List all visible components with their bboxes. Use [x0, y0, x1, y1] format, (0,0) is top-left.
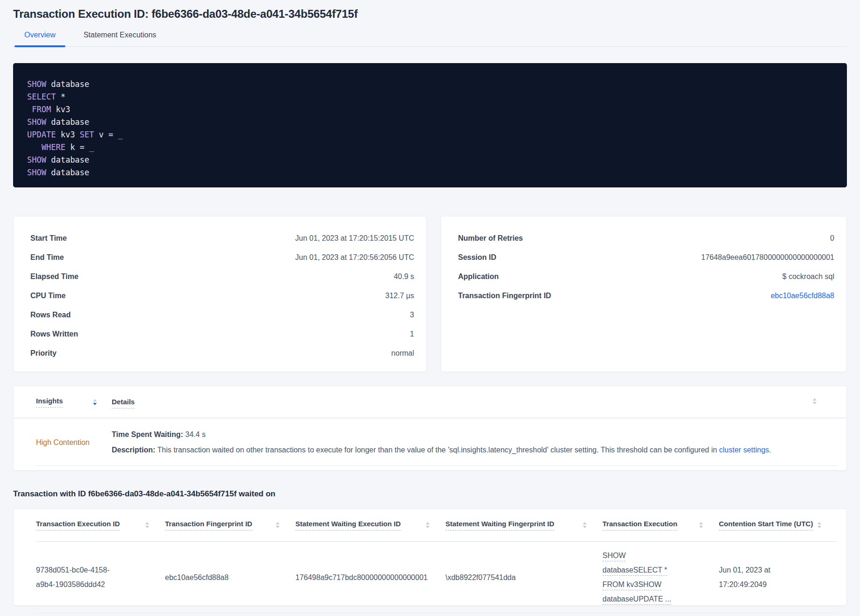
stat-value: 312.7 µs: [385, 292, 414, 300]
column-header-insights[interactable]: Insights: [36, 397, 97, 408]
stat-value: Jun 01, 2023 at 17:20:56:2056 UTC: [295, 253, 414, 262]
sort-arrows-icon: [817, 522, 821, 528]
stat-label: Priority: [30, 349, 57, 358]
session-info-card: Number of Retries 0 Session ID 17648a9ee…: [441, 216, 847, 372]
sql-line: SHOW database: [27, 78, 833, 91]
sort-arrows-icon: [699, 522, 703, 528]
sql-line: FROM kv3: [27, 103, 833, 116]
sql-statements-box: SHOW database SELECT * FROM kv3 SHOW dat…: [13, 63, 847, 187]
stat-value: 3: [410, 311, 414, 319]
insight-row: High Contention Time Spent Waiting: 34.4…: [14, 418, 846, 456]
execution-stats-card: Start Time Jun 01, 2023 at 17:20:15:2015…: [13, 216, 427, 372]
column-header-statement-waiting-execution-id[interactable]: Statement Waiting Execution ID: [295, 520, 445, 530]
details-column-label: Details: [112, 398, 135, 408]
stat-value: 40.9 s: [394, 272, 414, 281]
detail-cards-row: Start Time Jun 01, 2023 at 17:20:15:2015…: [13, 216, 847, 372]
tab-overview-label: Overview: [24, 31, 56, 39]
tab-statement-executions-label: Statement Executions: [84, 31, 157, 39]
sql-line: SELECT *: [27, 91, 833, 103]
active-tab-underline: [14, 45, 65, 47]
tab-overview[interactable]: Overview: [24, 31, 56, 46]
stat-row-cpu-time: CPU Time 312.7 µs: [30, 286, 414, 305]
insight-description: Description: This transaction waited on …: [112, 444, 837, 456]
stat-label: CPU Time: [30, 292, 65, 300]
waited-on-table-header: Transaction Execution ID Transaction Fin…: [36, 509, 837, 542]
stat-label: Elapsed Time: [30, 272, 79, 281]
column-header-contention-start-time[interactable]: Contention Start Time (UTC): [719, 520, 837, 530]
transaction-fingerprint-id-cell: ebc10ae56cfd88a8: [165, 570, 295, 585]
sort-arrows-icon: [93, 399, 97, 405]
transaction-fingerprint-id-link[interactable]: ebc10ae56cfd88a8: [771, 292, 834, 300]
column-header-transaction-fingerprint-id[interactable]: Transaction Fingerprint ID: [165, 520, 295, 530]
sort-arrows-icon: [813, 398, 817, 404]
stat-value: normal: [391, 349, 414, 358]
row-divider: [36, 466, 837, 466]
waited-on-heading: Transaction with ID f6be6366-da03-48de-a…: [13, 489, 847, 499]
stat-row-session-id: Session ID 17648a9eea6017800000000000000…: [458, 248, 834, 267]
stat-row-transaction-fingerprint-id: Transaction Fingerprint ID ebc10ae56cfd8…: [458, 286, 834, 305]
column-header-transaction-execution-id[interactable]: Transaction Execution ID: [36, 520, 165, 530]
stat-label: Transaction Fingerprint ID: [458, 292, 551, 300]
stat-value: 0: [830, 234, 834, 243]
stat-label: Application: [458, 272, 499, 281]
stat-row-elapsed-time: Elapsed Time 40.9 s: [30, 267, 414, 286]
column-header-details[interactable]: Details: [112, 398, 135, 406]
transaction-execution-cell: SHOW databaseSELECT * FROM kv3SHOW datab…: [602, 548, 719, 606]
contention-start-time-cell: Jun 01, 2023 at 17:20:49:2049: [719, 563, 837, 592]
sql-line: UPDATE kv3 SET v = _: [27, 129, 833, 141]
sort-arrows-icon: [145, 522, 149, 528]
statement-waiting-fingerprint-id-cell: \xdb8922f077541dda: [445, 570, 602, 585]
sort-arrows-icon: [426, 522, 430, 528]
sort-arrows-icon: [583, 522, 587, 528]
stat-label: Start Time: [30, 234, 67, 243]
column-header-transaction-execution[interactable]: Transaction Execution: [602, 520, 719, 530]
tab-bar: Overview Statement Executions: [13, 31, 847, 47]
stat-row-retries: Number of Retries 0: [458, 229, 834, 248]
insight-details-cell: Time Spent Waiting: 34.4 s Description: …: [112, 429, 837, 456]
waited-on-table-card: Transaction Execution ID Transaction Fin…: [13, 509, 847, 606]
stat-value: 17648a9eea6017800000000000000001: [701, 253, 834, 262]
stat-row-rows-written: Rows Written 1: [30, 324, 414, 344]
stat-row-application: Application $ cockroach sql: [458, 267, 834, 286]
insights-table-header: Insights Details: [14, 386, 846, 418]
stat-row-end-time: End Time Jun 01, 2023 at 17:20:56:2056 U…: [30, 248, 414, 267]
sql-line: SHOW database: [27, 166, 833, 179]
stat-label: End Time: [30, 253, 64, 262]
sql-line: WHERE k = _: [27, 141, 833, 154]
stat-value: Jun 01, 2023 at 17:20:15:2015 UTC: [295, 234, 414, 243]
transaction-execution-id-cell: 9738d051-bc0e-4158-a9b4-1903586ddd42: [36, 563, 136, 592]
stat-label: Session ID: [458, 253, 496, 262]
waited-on-table-row: 9738d051-bc0e-4158-a9b4-1903586ddd42 ebc…: [36, 542, 837, 613]
time-spent-waiting: Time Spent Waiting: 34.4 s: [112, 429, 837, 441]
stat-row-start-time: Start Time Jun 01, 2023 at 17:20:15:2015…: [30, 229, 414, 248]
stat-value: 1: [410, 330, 414, 338]
statement-waiting-execution-id-cell: 176498a9c717bdc80000000000000001: [295, 570, 445, 585]
stat-row-rows-read: Rows Read 3: [30, 305, 414, 324]
sql-line: SHOW database: [27, 116, 833, 129]
insights-column-label: Insights: [36, 397, 63, 408]
stat-label: Rows Read: [30, 311, 71, 319]
column-header-statement-waiting-fingerprint-id[interactable]: Statement Waiting Fingerprint ID: [445, 520, 602, 530]
page-title: Transaction Execution ID: f6be6366-da03-…: [13, 0, 847, 21]
stat-value: $ cockroach sql: [782, 272, 834, 281]
transaction-details-page: Transaction Execution ID: f6be6366-da03-…: [0, 0, 860, 616]
sql-line: SHOW database: [27, 154, 833, 166]
stat-label: Rows Written: [30, 330, 78, 338]
stat-row-priority: Priority normal: [30, 344, 414, 363]
tab-statement-executions[interactable]: Statement Executions: [84, 31, 157, 46]
cluster-settings-link[interactable]: cluster settings: [719, 446, 769, 454]
transaction-execution-link[interactable]: SHOW databaseSELECT * FROM kv3SHOW datab…: [602, 548, 688, 606]
insight-type-cell: High Contention: [36, 429, 112, 456]
insights-table-card: Insights Details High Contention Time Sp…: [13, 386, 847, 471]
sort-arrows-icon: [276, 522, 280, 528]
stat-label: Number of Retries: [458, 234, 523, 243]
